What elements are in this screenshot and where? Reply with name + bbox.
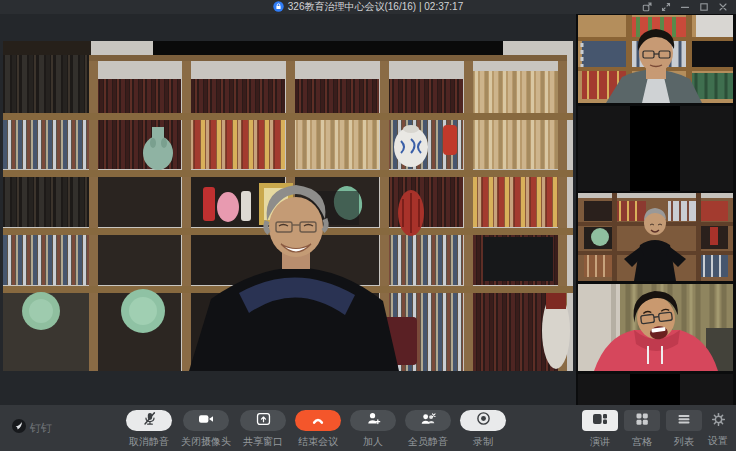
record-button[interactable]: 录制 <box>460 410 506 449</box>
list-view-button[interactable]: 列表 <box>665 410 703 449</box>
record-icon <box>476 411 491 430</box>
grid-view-icon <box>635 412 649 430</box>
participant-tile-2[interactable] <box>578 106 733 191</box>
participant-tile-4[interactable] <box>578 284 733 371</box>
minimize-icon[interactable] <box>680 2 690 12</box>
add-person-label: 加人 <box>363 435 383 449</box>
speaker-video[interactable] <box>3 41 573 371</box>
unmute-button[interactable]: 取消静音 <box>126 410 172 449</box>
list-view-icon <box>677 412 691 430</box>
participant-tile-3[interactable] <box>578 193 733 281</box>
gear-icon <box>711 412 726 431</box>
dingtalk-logo-icon <box>12 419 26 437</box>
mute-all-icon <box>420 412 436 430</box>
mic-off-icon <box>142 411 157 430</box>
speaker-view-label: 演讲 <box>590 435 610 449</box>
participant-tile-1[interactable] <box>578 15 733 103</box>
brand: 钉钉 <box>12 405 52 451</box>
end-meeting-label: 结束会议 <box>298 435 338 449</box>
camera-off-button[interactable]: 关闭摄像头 <box>181 410 231 449</box>
end-call-icon <box>310 412 326 430</box>
popout-icon[interactable] <box>642 2 652 12</box>
settings-label: 设置 <box>708 434 728 448</box>
add-person-button[interactable]: 加人 <box>350 410 396 449</box>
mute-all-button[interactable]: 全员静音 <box>405 410 451 449</box>
share-window-button[interactable]: 共享窗口 <box>240 410 286 449</box>
speaker-view-button[interactable]: 演讲 <box>581 410 619 449</box>
camera-off-video <box>630 374 680 405</box>
grid-view-label: 宫格 <box>632 435 652 449</box>
meeting-window: 326教育治理中心会议(16/16) | 02:37:17 <box>0 0 736 451</box>
mute-all-label: 全员静音 <box>408 435 448 449</box>
participant-tile-5[interactable] <box>578 374 733 405</box>
grid-view-button[interactable]: 宫格 <box>623 410 661 449</box>
meeting-title: 326教育治理中心会议(16/16) | 02:37:17 <box>288 0 463 14</box>
list-view-label: 列表 <box>674 435 694 449</box>
brand-text: 钉钉 <box>30 421 52 436</box>
camera-off-video <box>630 106 680 191</box>
fullscreen-icon[interactable] <box>661 2 671 12</box>
participants-sidebar <box>576 14 736 405</box>
settings-button[interactable]: 设置 <box>703 412 733 448</box>
share-window-label: 共享窗口 <box>243 435 283 449</box>
end-meeting-button[interactable]: 结束会议 <box>295 410 341 449</box>
share-window-icon <box>256 412 271 430</box>
unmute-label: 取消静音 <box>129 435 169 449</box>
camera-off-label: 关闭摄像头 <box>181 435 231 449</box>
bottom-toolbar: 钉钉 取消静音 关闭摄像头 <box>0 405 736 451</box>
add-person-icon <box>366 411 381 430</box>
speaker-view-icon <box>592 412 608 430</box>
close-icon[interactable] <box>718 2 728 12</box>
titlebar: 326教育治理中心会议(16/16) | 02:37:17 <box>0 0 736 14</box>
maximize-icon[interactable] <box>699 2 709 12</box>
call-controls: 取消静音 关闭摄像头 共享窗口 <box>126 410 506 449</box>
layout-switcher: 演讲 宫格 列表 <box>581 410 703 449</box>
main-stage <box>0 14 576 405</box>
camera-icon <box>198 412 214 430</box>
record-label: 录制 <box>473 435 493 449</box>
